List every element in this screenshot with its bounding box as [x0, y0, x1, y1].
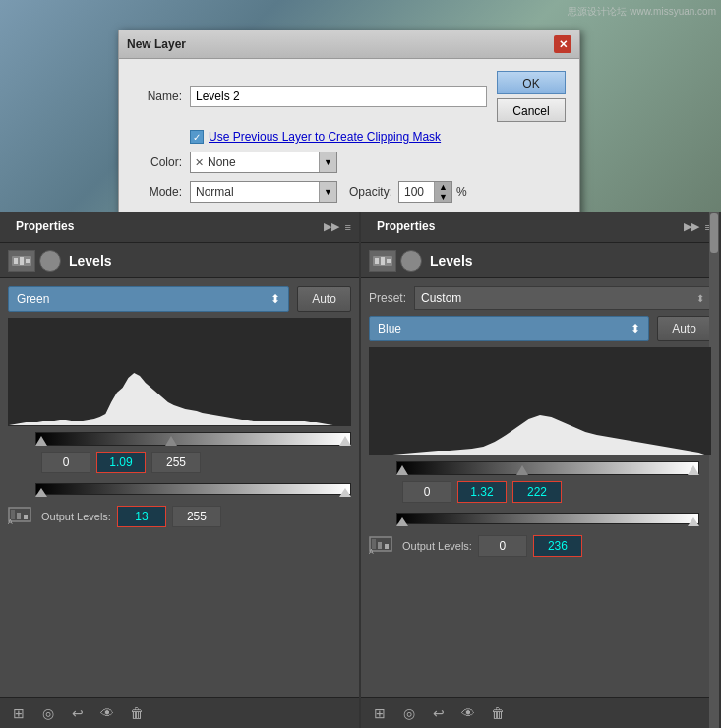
right-output-max[interactable]: [533, 535, 582, 557]
watermark: 思源设计论坛 www.missyuan.com: [568, 5, 716, 19]
left-channel-select[interactable]: Green ⬍: [8, 286, 289, 312]
right-output-slider[interactable]: [369, 513, 711, 526]
right-auto-button[interactable]: Auto: [657, 316, 711, 341]
color-arrow-icon: ▼: [319, 152, 336, 172]
right-out-white[interactable]: [688, 517, 699, 526]
svg-rect-3: [26, 259, 30, 263]
dialog-titlebar: New Layer ✕: [119, 30, 579, 59]
mode-value: Normal: [191, 185, 319, 199]
left-output-slider[interactable]: [8, 483, 351, 497]
mode-arrow-icon: ▼: [319, 182, 336, 202]
left-toolbar-icon-1[interactable]: ⊞: [8, 702, 30, 724]
right-input-slider[interactable]: [369, 461, 711, 475]
right-mid-point[interactable]: [516, 465, 528, 475]
left-panel: Properties ▶▶ ≡ Levels: [0, 212, 361, 728]
mode-label: Mode:: [133, 185, 182, 199]
color-x-icon: ✕: [191, 156, 208, 169]
dialog-close-button[interactable]: ✕: [554, 35, 571, 53]
left-panel-content: Green ⬍ Auto ⬡ ⬡ ⬡ ⬡: [0, 278, 359, 697]
left-out-black[interactable]: [35, 488, 47, 497]
right-panel-tab[interactable]: Properties: [369, 219, 443, 235]
opacity-input[interactable]: 100 ▲▼: [398, 181, 452, 203]
right-histogram-area: [370, 348, 710, 455]
left-level-mid[interactable]: [96, 452, 146, 473]
left-circle-icon[interactable]: [39, 250, 61, 272]
svg-rect-13: [387, 259, 391, 263]
right-scrollbar-thumb[interactable]: [710, 213, 718, 253]
right-preset-value: Custom: [421, 291, 461, 305]
color-row: Color: ✕ None ▼: [133, 152, 566, 173]
left-output-icon-area: A: [8, 505, 35, 527]
left-toolbar-icon-5[interactable]: 🗑: [126, 702, 148, 724]
right-panel-expand-icon[interactable]: ▶▶: [684, 220, 699, 233]
right-toolbar-icon-4[interactable]: 👁: [457, 702, 479, 724]
right-circle-icon[interactable]: [400, 250, 422, 272]
name-label: Name:: [133, 90, 182, 103]
svg-text:A: A: [369, 548, 374, 554]
right-output-row: A Output Levels:: [369, 534, 711, 557]
right-level-max[interactable]: [512, 481, 562, 503]
left-toolbar-icon-4[interactable]: 👁: [96, 702, 118, 724]
left-adj-label: Levels: [69, 253, 112, 269]
right-output-icon-area: A: [369, 534, 396, 557]
right-channel-value: Blue: [378, 322, 401, 335]
right-toolbar-icon-1[interactable]: ⊞: [369, 702, 391, 724]
mode-opacity-row: Mode: Normal ▼ Opacity: 100 ▲▼ %: [133, 181, 566, 203]
left-black-point[interactable]: [35, 436, 47, 446]
left-toolbar-icon-3[interactable]: ↩: [67, 702, 89, 724]
left-output-max[interactable]: [172, 506, 221, 527]
opacity-stepper[interactable]: ▲▼: [434, 182, 451, 202]
right-panel: Properties ▶▶ ≡ Levels Pre: [361, 212, 721, 728]
right-channel-arrow: ⬍: [631, 322, 640, 335]
svg-rect-7: [17, 513, 21, 519]
dialog-btn-group: OK Cancel: [497, 71, 566, 122]
ok-button[interactable]: OK: [497, 71, 566, 94]
right-level-min[interactable]: [402, 481, 451, 503]
left-output-min[interactable]: [117, 506, 166, 527]
panels-area: Properties ▶▶ ≡ Levels: [0, 212, 721, 728]
left-bottom-toolbar: ⊞ ◎ ↩ 👁 🗑: [0, 697, 359, 728]
svg-text:A: A: [8, 518, 13, 524]
left-mid-point[interactable]: [165, 436, 177, 446]
percent-label: %: [456, 185, 467, 199]
name-row: Name: OK Cancel: [133, 71, 566, 122]
right-panel-content: Preset: Custom ⬍ Blue ⬍ Auto ⬡ ⬡: [361, 278, 719, 697]
left-input-slider[interactable]: [8, 432, 351, 446]
clipping-mask-checkbox[interactable]: ✓: [190, 130, 204, 144]
right-output-min[interactable]: [478, 535, 527, 557]
right-preset-label: Preset:: [369, 291, 406, 305]
right-out-black[interactable]: [396, 517, 408, 526]
left-levels-row: [8, 452, 351, 473]
left-level-min[interactable]: [41, 452, 90, 473]
mode-select[interactable]: Normal ▼: [190, 181, 337, 203]
right-adj-label: Levels: [430, 253, 473, 269]
svg-rect-17: [378, 542, 382, 549]
right-channel-select[interactable]: Blue ⬍: [369, 316, 649, 341]
name-input[interactable]: [190, 86, 487, 107]
color-select[interactable]: ✕ None ▼: [190, 152, 337, 173]
clipping-mask-label: Use Previous Layer to Create Clipping Ma…: [209, 130, 441, 144]
left-level-max[interactable]: [151, 452, 201, 473]
right-toolbar-icon-2[interactable]: ◎: [398, 702, 420, 724]
left-channel-row: Green ⬍ Auto: [8, 286, 351, 312]
right-preset-select[interactable]: Custom ⬍: [414, 286, 711, 310]
right-black-point[interactable]: [396, 465, 408, 475]
right-level-mid[interactable]: [457, 481, 507, 503]
right-white-point[interactable]: [688, 465, 699, 475]
svg-rect-2: [20, 257, 24, 265]
svg-rect-12: [381, 257, 385, 265]
right-toolbar-icon-3[interactable]: ↩: [428, 702, 450, 724]
left-panel-title-bar: Levels: [0, 243, 359, 278]
left-panel-menu-icon[interactable]: ≡: [345, 221, 351, 233]
left-panel-tab[interactable]: Properties: [8, 219, 82, 235]
right-toolbar-icon-5[interactable]: 🗑: [487, 702, 509, 724]
left-panel-header: Properties ▶▶ ≡: [0, 212, 359, 243]
left-auto-button[interactable]: Auto: [297, 286, 351, 312]
left-white-point[interactable]: [339, 436, 351, 446]
left-panel-expand-icon[interactable]: ▶▶: [324, 220, 339, 233]
color-label: Color:: [133, 155, 182, 169]
cancel-button[interactable]: Cancel: [497, 98, 566, 122]
left-toolbar-icon-2[interactable]: ◎: [37, 702, 59, 724]
right-output-icon: A: [369, 534, 392, 554]
left-out-white[interactable]: [339, 488, 351, 497]
